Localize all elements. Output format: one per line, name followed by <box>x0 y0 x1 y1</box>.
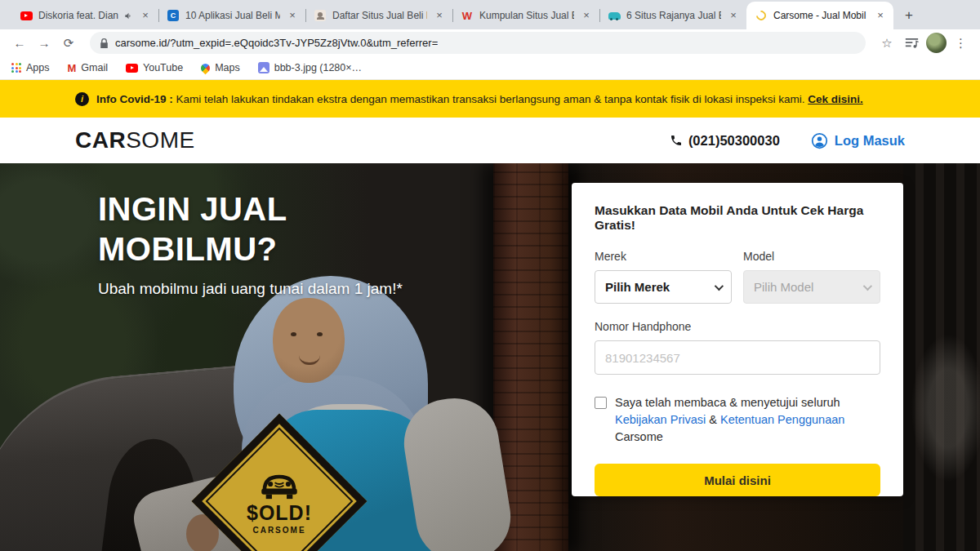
tab-6-situs[interactable]: 6 Situs Rajanya Jual Beli × <box>599 2 746 29</box>
terms-link[interactable]: Ketentuan Penggunaan <box>720 413 844 426</box>
tab-daftar-situs[interactable]: Daftar Situs Jual Beli Mob × <box>305 2 452 29</box>
close-tab-icon[interactable]: × <box>874 9 887 22</box>
dark-gate <box>903 163 980 551</box>
sold-text: $OLD! <box>247 501 312 525</box>
start-here-button[interactable]: Mulai disini <box>595 464 880 496</box>
agree-checkbox[interactable] <box>595 397 607 409</box>
browser-tab-strip: Diskoria feat. Dian Sa × C 10 Aplikasi J… <box>0 0 980 29</box>
privacy-policy-link[interactable]: Kebijakan Privasi <box>615 413 706 426</box>
covid-check-link[interactable]: Cek disini. <box>808 93 863 105</box>
price-check-form: Masukkan Data Mobil Anda Untuk Cek Harga… <box>572 183 903 496</box>
site-favicon <box>314 9 327 22</box>
carsome-logo[interactable]: CARSOME <box>75 127 195 153</box>
hero-copy: INGIN JUAL MOBILMU? Ubah mobilmu jadi ua… <box>98 189 403 298</box>
address-bar[interactable]: carsome.id/?utm_expid=.eQqoidc3Tv-JYP5Zz… <box>90 32 866 54</box>
tab-kumpulan-situs[interactable]: W Kumpulan Situs Jual Beli × <box>452 2 599 29</box>
tab-title: 10 Aplikasi Jual Beli Mobi <box>185 10 280 21</box>
bookmark-maps[interactable]: Maps <box>201 62 240 73</box>
browser-toolbar: ← → ⟳ carsome.id/?utm_expid=.eQqoidc3Tv-… <box>0 29 980 56</box>
tab-title: Carsome - Jual Mobil Bek <box>773 10 868 21</box>
url-text: carsome.id/?utm_expid=.eQqoidc3Tv-JYP5Zz… <box>115 37 438 49</box>
covid-banner-text: Info Covid-19 : Kami telah lakukan tinda… <box>96 93 863 105</box>
hero-section: $OLD! CARSOME INGIN JUAL MOBILMU? Ubah m… <box>0 163 980 551</box>
car-doodle-icon <box>256 468 303 500</box>
close-tab-icon[interactable]: × <box>433 9 446 22</box>
profile-avatar[interactable] <box>926 33 947 53</box>
login-button[interactable]: Log Masuk <box>811 132 905 149</box>
model-select[interactable]: Pilih Model <box>743 270 880 304</box>
media-controls-icon[interactable] <box>902 33 921 53</box>
tab-title: 6 Situs Rajanya Jual Beli <box>626 10 721 21</box>
close-tab-icon[interactable]: × <box>286 9 299 22</box>
browser-menu-icon[interactable]: ⋮ <box>951 36 970 51</box>
phone-number[interactable]: (021)50300030 <box>670 133 780 149</box>
bookmarks-bar: Apps M Gmail YouTube Maps bbb-3.jpg (128… <box>0 56 980 80</box>
bookmark-image-file[interactable]: bbb-3.jpg (1280×… <box>258 62 362 73</box>
bookmark-star-icon[interactable]: ☆ <box>877 33 897 53</box>
back-icon[interactable]: ← <box>10 33 29 53</box>
site-header: CARSOME (021)50300030 Log Masuk <box>0 118 980 163</box>
carsome-favicon <box>755 9 768 22</box>
close-tab-icon[interactable]: × <box>139 9 152 22</box>
covid-info-banner: i Info Covid-19 : Kami telah lakukan tin… <box>0 80 980 118</box>
tab-carsome-active[interactable]: Carsome - Jual Mobil Bek × <box>746 2 893 29</box>
youtube-icon <box>126 64 138 73</box>
user-icon <box>811 132 828 149</box>
youtube-favicon <box>20 9 33 22</box>
image-file-icon <box>258 62 270 73</box>
phone-icon <box>670 134 683 147</box>
info-icon: i <box>75 92 89 106</box>
maps-pin-icon <box>199 61 212 74</box>
gmail-icon: M <box>68 62 77 74</box>
bookmark-apps[interactable]: Apps <box>11 62 50 73</box>
hero-subtitle: Ubah mobilmu jadi uang tunai dalam 1 jam… <box>98 280 403 298</box>
wapcar-favicon: W <box>461 9 474 22</box>
carmudi-favicon: C <box>167 9 180 22</box>
bookmark-youtube[interactable]: YouTube <box>126 62 183 73</box>
agreement-text: Saya telah membaca & menyetujui seluruh … <box>615 394 844 446</box>
phone-number-input[interactable] <box>595 340 880 375</box>
tab-10-aplikasi[interactable]: C 10 Aplikasi Jual Beli Mobi × <box>158 2 305 29</box>
car-site-favicon <box>608 9 621 22</box>
close-tab-icon[interactable]: × <box>580 9 593 22</box>
forward-icon[interactable]: → <box>34 33 54 53</box>
tab-title: Diskoria feat. Dian Sa <box>38 10 118 21</box>
lock-icon <box>100 38 109 48</box>
audio-playing-icon <box>124 11 133 20</box>
merek-label: Merek <box>595 250 732 263</box>
new-tab-button[interactable]: + <box>898 5 920 26</box>
sold-sign-brand: CARSOME <box>252 526 305 535</box>
close-tab-icon[interactable]: × <box>727 9 740 22</box>
apps-grid-icon <box>11 63 21 73</box>
tab-title: Daftar Situs Jual Beli Mob <box>332 10 427 21</box>
reload-icon[interactable]: ⟳ <box>59 33 78 53</box>
bookmark-gmail[interactable]: M Gmail <box>68 62 109 74</box>
phone-number-label: Nomor Handphone <box>595 320 880 333</box>
hero-title: INGIN JUAL MOBILMU? <box>98 189 403 269</box>
model-label: Model <box>743 250 880 263</box>
merek-select[interactable]: Pilih Merek <box>595 270 732 304</box>
chevron-down-icon <box>863 281 872 290</box>
tab-diskoria[interactable]: Diskoria feat. Dian Sa × <box>11 2 158 29</box>
form-title: Masukkan Data Mobil Anda Untuk Cek Harga… <box>595 203 880 233</box>
chevron-down-icon <box>715 281 724 290</box>
tab-title: Kumpulan Situs Jual Beli <box>479 10 574 21</box>
woman-face <box>273 298 345 383</box>
